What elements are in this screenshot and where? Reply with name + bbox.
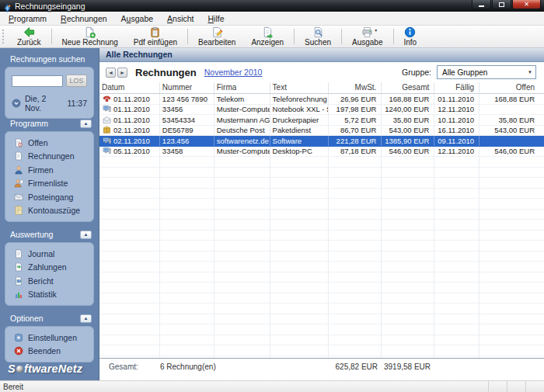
toolbar-neue-rechnung-button[interactable]: Neue Rechnung [54,26,126,47]
sidebar-item-posteingang[interactable]: Posteingang [5,190,93,204]
empty-cell [160,220,214,230]
cell-gesamt: 168,88 EUR [382,94,434,104]
sidebar-item-statistik[interactable]: Statistik [5,288,93,302]
toolbar-button-label: Info [404,38,417,47]
cell-fallig: 01.11.2010 [434,94,479,104]
sidebar-item-rechnungen[interactable]: Rechnungen [5,150,93,164]
empty-cell [160,293,214,304]
empty-cell [329,220,382,230]
computer-icon [103,147,111,155]
globe-icon [16,366,23,373]
column-header-gesamt[interactable]: Gesamt [382,82,434,93]
toolbar-button-label: Suchen [305,38,331,47]
collapse-button[interactable]: ▲ [80,231,92,239]
toolbar-button-label: Neue Rechnung [62,38,118,47]
empty-row [99,345,544,356]
prev-month-button[interactable]: ◄ [106,68,116,78]
empty-cell [214,314,270,324]
clock-icon[interactable] [12,99,21,108]
menu-ausgabe[interactable]: Ausgabe [114,12,160,25]
cell-firma: Muster-Computer [214,147,270,157]
sidebar-item-einstellungen[interactable]: Einstellungen [5,331,93,345]
cell-text: Telefonrechnung [270,94,330,104]
invoice-row[interactable]: 01.11.201053454334Mustermann AGDruckerpa… [99,115,544,126]
toolbar-button-label: Zurück [17,38,41,47]
cell-datum: 01.11.2010 [99,105,160,115]
invoice-row[interactable]: 02.11.2010123.456softwarenetz.deSoftware… [99,136,544,147]
search-go-button[interactable]: LOS [66,75,87,87]
empty-row [99,157,544,168]
empty-cell [479,283,544,293]
column-header-mwst[interactable]: MwSt. [329,82,382,93]
column-header-datum[interactable]: Datum [99,82,160,93]
toolbar-pdf-einfugen-button[interactable]: Pdf einfügen [126,26,185,47]
sidebar-item-beenden[interactable]: Beenden [5,345,93,359]
invoice-row[interactable]: 01.11.201033456Muster-ComputerNotebook X… [99,105,544,116]
close-button[interactable]: ✕ [512,0,541,9]
menu-programm[interactable]: Programm [2,12,54,25]
minimize-button[interactable] [472,0,491,9]
collapse-button[interactable]: ▲ [80,120,92,128]
column-header-nummer[interactable]: Nummer [160,82,214,93]
empty-cell [214,168,270,178]
sidebar-item-bericht[interactable]: Bericht [5,274,93,288]
empty-cell [329,324,382,335]
empty-cell [382,272,434,283]
cell-firma: Deutsche Post [214,126,270,136]
menu-rechnungen[interactable]: Rechnungen [54,12,114,25]
sidebar-item-offen[interactable]: Offen [5,136,93,150]
empty-cell [99,345,160,356]
period-link[interactable]: November 2010 [204,68,263,77]
empty-row [99,231,544,241]
maximize-button[interactable] [492,0,511,9]
next-month-button[interactable]: ► [117,68,127,78]
invoice-row[interactable]: 05.11.201033458Muster-ComputerDesktop-PC… [99,147,544,158]
column-header-text[interactable]: Text [270,82,330,93]
toolbar-ausgabe-button[interactable]: ▼Ausgabe [344,26,390,47]
new-document-icon [84,26,96,38]
menu-hilfe[interactable]: Hilfe [201,12,232,25]
cell-text: 05.11.2010 [113,147,150,157]
empty-cell [214,345,270,356]
column-header-firma[interactable]: Firma [214,82,270,93]
menu-ansicht[interactable]: Ansicht [160,12,201,25]
cell-gesamt: 543,00 EUR [382,126,434,136]
sidebar-item-zahlungen[interactable]: Zahlungen [5,261,93,275]
invoice-row[interactable]: 02.11.2010DE56789Deutsche PostPaketdiens… [99,126,544,137]
sidebar-item-journal[interactable]: Journal [5,247,93,261]
search-panel: LOS Die, 2 Nov. 11:37 [5,67,94,119]
search-input[interactable] [12,75,63,87]
toolbar-suchen-button[interactable]: Suchen [297,26,339,47]
empty-cell [99,220,160,230]
sidebar-item-label: Journal [28,249,54,258]
toolbar-button-label: Anzeigen [251,38,284,47]
empty-cell [329,314,382,324]
sidebar-item-firmen[interactable]: Firmen [5,163,93,177]
status-panels [488,381,544,392]
empty-cell [214,283,270,293]
computer-icon [103,137,111,145]
invoice-row[interactable]: 01.11.2010123 456 7890TelekomTelefonrech… [99,94,544,105]
sidebar-item-label: Statistik [28,290,57,299]
column-header-offen[interactable]: Offen [479,82,544,93]
group-select[interactable]: Alle Gruppen ▼ [437,65,536,79]
cell-datum: 01.11.2010 [99,94,160,104]
empty-cell [160,304,214,314]
column-header-fallig[interactable]: Fällig [434,82,479,93]
sidebar-item-kontoauszuge[interactable]: Kontoauszüge [5,204,93,218]
toolbar-bearbeiten-button[interactable]: Bearbeiten [190,26,243,47]
empty-cell [270,157,330,167]
toolbar-grip [2,29,7,43]
cell-nummer: 123.456 [160,136,214,146]
report-icon [14,276,23,286]
toolbar-info-button[interactable]: Info [396,26,425,47]
empty-cell [382,252,434,262]
cell-firma: softwarenetz.de [214,136,270,146]
toolbar-zuruck-button[interactable]: Zurück [9,26,49,47]
cell-mwst: 5,72 EUR [329,115,382,125]
toolbar-anzeigen-button[interactable]: Anzeigen [243,26,291,47]
sidebar-item-firmenliste[interactable]: Firmenliste [5,177,93,191]
empty-row [99,252,544,262]
collapse-button[interactable]: ▲ [80,314,92,323]
empty-cell [160,314,214,324]
